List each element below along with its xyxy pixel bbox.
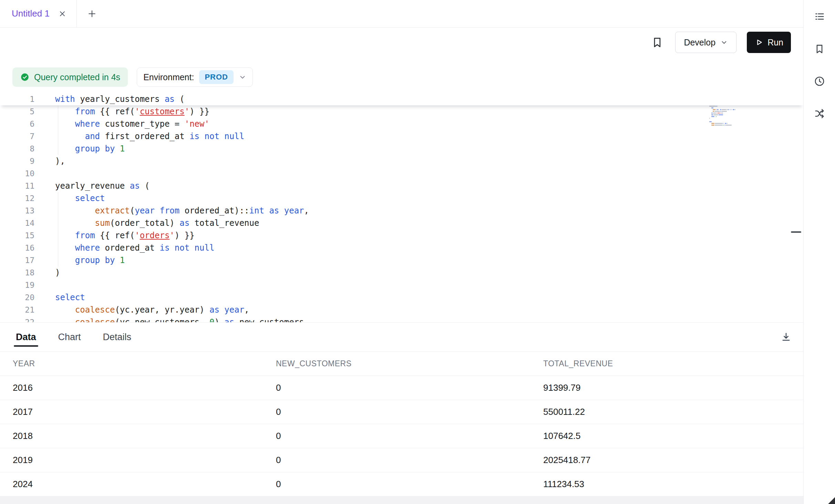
code-text: with yearly_customers as ( — [55, 93, 185, 105]
code-line[interactable]: 14 sum(order_total) as total_revenue — [0, 217, 803, 229]
line-number: 9 — [0, 155, 34, 167]
code-line[interactable]: 17 group by 1 — [0, 254, 803, 266]
code-text: group by 1 — [55, 143, 125, 155]
close-icon — [58, 10, 66, 18]
line-number: 1 — [0, 93, 34, 105]
table-cell[interactable]: 111234.53 — [530, 479, 803, 490]
bookmarks-panel-button[interactable] — [813, 42, 826, 56]
line-number: 20 — [0, 291, 34, 304]
run-button[interactable]: Run — [747, 32, 791, 53]
environment-selector[interactable]: Environment: PROD — [137, 67, 253, 87]
table-cell[interactable]: 91399.79 — [530, 382, 803, 393]
line-number: 5 — [0, 105, 34, 118]
code-text: sum(order_total) as total_revenue — [55, 217, 259, 229]
sticky-line[interactable]: 1with yearly_customers as ( — [0, 93, 803, 105]
line-number: 18 — [0, 266, 34, 279]
table-cell[interactable]: 550011.22 — [530, 407, 803, 417]
column-header: NEW_CUSTOMERS — [263, 359, 530, 368]
code-line[interactable]: 6 where customer_type = 'new' — [0, 118, 803, 130]
download-icon — [780, 331, 792, 343]
history-panel-button[interactable] — [813, 74, 826, 88]
develop-dropdown[interactable]: Develop — [675, 32, 736, 53]
table-cell[interactable]: 0 — [263, 407, 530, 417]
code-line[interactable]: 1with yearly_customers as ( — [0, 93, 803, 105]
query-list-button[interactable] — [813, 10, 826, 23]
table-row[interactable]: 201902025418.77 — [0, 448, 803, 472]
bookmark-icon — [651, 36, 664, 49]
chevron-down-icon — [239, 73, 246, 81]
code-line[interactable]: 21 coalesce(yc.year, yr.year) as year, — [0, 304, 803, 316]
code-line[interactable]: 20select — [0, 291, 803, 304]
table-row[interactable]: 2016091399.79 — [0, 376, 803, 400]
overview-ruler-marker — [791, 231, 801, 233]
code-editor[interactable]: 1with yearly_customers as ( 5 from {{ re… — [0, 89, 803, 322]
line-number: 12 — [0, 192, 34, 204]
code-text: ), — [55, 155, 65, 167]
resize-grip[interactable] — [828, 497, 835, 504]
table-cell[interactable]: 107642.5 — [530, 431, 803, 441]
tab-chart[interactable]: Chart — [56, 323, 83, 351]
table-cell[interactable]: 0 — [263, 382, 530, 393]
table-row[interactable]: 20170550011.22 — [0, 400, 803, 424]
check-circle-icon — [20, 72, 30, 82]
results-tab-list: DataChartDetails — [14, 323, 133, 351]
table-row[interactable]: 20240111234.53 — [0, 472, 803, 496]
table-cell[interactable]: 2018 — [0, 431, 263, 441]
table-cell[interactable]: 2024 — [0, 479, 263, 490]
code-text: coalesce(yc.year, yr.year) as year, — [55, 304, 249, 316]
code-line[interactable]: 5 from {{ ref('customers') }} — [0, 105, 803, 118]
code-text: coalesce(yc.new_customers, 0) as new_cus… — [55, 316, 309, 322]
code-line[interactable]: 18) — [0, 266, 803, 279]
code-text: where ordered_at is not null — [55, 242, 214, 254]
code-text: from {{ ref('customers') }} — [55, 105, 209, 118]
develop-label: Develop — [684, 38, 715, 48]
code-text: select — [55, 192, 105, 204]
code-line[interactable]: 16 where ordered_at is not null — [0, 242, 803, 254]
code-text: select — [55, 291, 85, 304]
table-cell[interactable]: 2016 — [0, 382, 263, 393]
table-cell[interactable]: 2017 — [0, 407, 263, 417]
table-cell[interactable]: 0 — [263, 455, 530, 465]
table-cell[interactable]: 2025418.77 — [530, 455, 803, 465]
tab-close-button[interactable] — [56, 8, 68, 20]
code-line[interactable]: 13 extract(year from ordered_at)::int as… — [0, 204, 803, 217]
tab-details[interactable]: Details — [101, 323, 134, 351]
table-cell[interactable]: 0 — [263, 479, 530, 490]
download-button[interactable] — [779, 329, 794, 345]
code-line[interactable]: 11yearly_revenue as ( — [0, 180, 803, 192]
query-status-text: Query completed in 4s — [34, 72, 120, 82]
code-line[interactable]: 10 — [0, 167, 803, 180]
lineage-panel-button[interactable] — [813, 107, 826, 120]
horizontal-scrollbar[interactable] — [0, 496, 803, 504]
query-status-badge: Query completed in 4s — [12, 67, 128, 87]
status-row: Query completed in 4s Environment: PROD — [0, 57, 803, 89]
code-text: from {{ ref('orders') }} — [55, 229, 195, 242]
code-line[interactable]: 8 group by 1 — [0, 143, 803, 155]
run-label: Run — [767, 38, 783, 48]
results-tabbar: DataChartDetails — [0, 322, 803, 352]
new-tab-button[interactable] — [84, 0, 100, 27]
bookmark-button[interactable] — [650, 35, 665, 50]
line-number: 13 — [0, 204, 34, 217]
table-cell[interactable]: 2019 — [0, 455, 263, 465]
code-lines: 5 from {{ ref('customers') }}6 where cus… — [0, 105, 803, 322]
column-header: TOTAL_REVENUE — [530, 359, 803, 368]
environment-badge: PROD — [199, 70, 234, 84]
column-header: YEAR — [0, 359, 263, 368]
code-line[interactable]: 7 and first_ordered_at is not null — [0, 130, 803, 143]
line-number: 6 — [0, 118, 34, 130]
code-line[interactable]: 22 coalesce(yc.new_customers, 0) as new_… — [0, 316, 803, 322]
code-line[interactable]: 15 from {{ ref('orders') }} — [0, 229, 803, 242]
code-line[interactable]: 19 — [0, 279, 803, 291]
code-line[interactable]: 12 select — [0, 192, 803, 204]
line-number: 8 — [0, 143, 34, 155]
line-number: 10 — [0, 167, 34, 180]
code-line[interactable]: 9), — [0, 155, 803, 167]
editor-tab[interactable]: Untitled 1 — [0, 0, 77, 27]
tab-data[interactable]: Data — [14, 323, 38, 351]
table-cell[interactable]: 0 — [263, 431, 530, 441]
table-row[interactable]: 20180107642.5 — [0, 424, 803, 448]
code-text: ) — [55, 266, 60, 279]
code-text: yearly_revenue as ( — [55, 180, 150, 192]
table-body: 2016091399.7920170550011.2220180107642.5… — [0, 376, 803, 496]
